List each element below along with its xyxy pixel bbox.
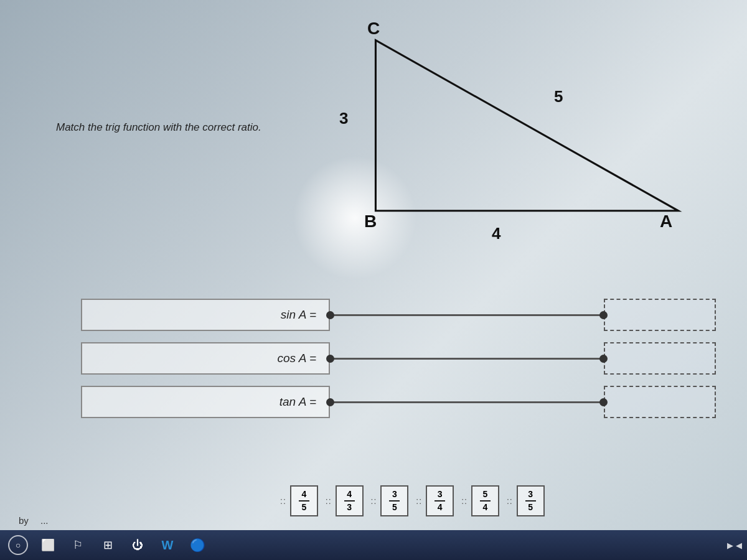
sin-a-label: sin A = bbox=[281, 308, 316, 322]
fraction-display-4-3: 4 3 bbox=[344, 489, 355, 513]
drag-dots-2: :: bbox=[326, 496, 332, 506]
fraction-num-tan-3: 3 bbox=[525, 489, 536, 502]
fraction-num-3-4: 3 bbox=[435, 489, 445, 502]
answer-options-row: :: 4 5 :: 4 3 :: 3 5 bbox=[280, 485, 545, 516]
option-4-5[interactable]: :: 4 5 bbox=[280, 485, 318, 516]
drag-dots-5: :: bbox=[461, 496, 467, 506]
drag-dots-3: :: bbox=[371, 496, 377, 506]
cos-a-dot-left bbox=[326, 355, 334, 363]
sin-a-dot-right bbox=[599, 311, 608, 319]
fraction-den-tan-5: 5 bbox=[525, 502, 536, 513]
ellipsis-label: ... bbox=[40, 515, 49, 526]
fraction-display-4-5: 4 5 bbox=[299, 489, 309, 513]
cos-a-line[interactable] bbox=[330, 358, 604, 360]
option-4-3[interactable]: :: 4 3 bbox=[326, 485, 364, 516]
drag-dots-4: :: bbox=[416, 496, 422, 506]
tan-a-label: tan A = bbox=[280, 395, 316, 409]
fraction-display-tan-3-5: 3 5 bbox=[525, 489, 536, 513]
sin-a-line[interactable] bbox=[330, 314, 604, 316]
taskbar-word[interactable]: W bbox=[154, 534, 181, 556]
drag-dots-1: :: bbox=[280, 496, 286, 506]
fraction-4-5[interactable]: 4 5 bbox=[290, 485, 318, 516]
drag-dots-6: :: bbox=[507, 496, 513, 506]
taskbar: ○ ⬜ ⚐ ⊞ ⏻ W 🔵 ▶ ◀ bbox=[0, 530, 747, 560]
side-ca-label: 5 bbox=[554, 87, 563, 106]
fraction-den-3-4: 4 bbox=[435, 502, 445, 513]
fraction-3-5[interactable]: 3 5 bbox=[380, 485, 408, 516]
cos-a-label: cos A = bbox=[278, 352, 316, 365]
fraction-3-4[interactable]: 3 4 bbox=[426, 485, 454, 516]
side-ba-label: 4 bbox=[492, 224, 500, 243]
fraction-display-5-4: 5 4 bbox=[480, 489, 491, 513]
cos-a-label-box: cos A = bbox=[81, 342, 330, 375]
fraction-tan-3-5[interactable]: 3 5 bbox=[517, 485, 545, 516]
fraction-den-4-5: 5 bbox=[299, 502, 309, 513]
match-area: sin A = cos A = tan A = bbox=[81, 299, 716, 429]
option-tan-3-5[interactable]: :: 3 5 bbox=[507, 485, 545, 516]
option-3-5[interactable]: :: 3 5 bbox=[371, 485, 409, 516]
taskbar-task-view[interactable]: ⬜ bbox=[35, 534, 61, 556]
by-label: by bbox=[19, 515, 29, 526]
option-3-4[interactable]: :: 3 4 bbox=[416, 485, 454, 516]
tan-a-line[interactable] bbox=[330, 401, 604, 403]
sin-a-dot-left bbox=[326, 311, 334, 319]
sin-a-label-box: sin A = bbox=[81, 299, 330, 331]
vertex-a-label: A bbox=[660, 212, 672, 231]
side-bc-label: 3 bbox=[339, 109, 348, 128]
taskbar-grid[interactable]: ⊞ bbox=[95, 534, 121, 556]
match-row-sin: sin A = bbox=[81, 299, 716, 331]
fraction-display-3-5: 3 5 bbox=[389, 489, 400, 513]
taskbar-browser[interactable]: 🔵 bbox=[184, 534, 210, 556]
vertex-c-label: C bbox=[367, 19, 380, 39]
sin-a-drop-target[interactable] bbox=[604, 299, 716, 331]
cos-a-drop-target[interactable] bbox=[604, 342, 716, 375]
cos-a-dot-right bbox=[599, 355, 608, 363]
match-row-cos: cos A = bbox=[81, 342, 716, 375]
fraction-num-3-5: 3 bbox=[389, 489, 400, 502]
taskbar-power[interactable]: ⏻ bbox=[125, 534, 151, 556]
fraction-display-3-4: 3 4 bbox=[435, 489, 445, 513]
option-5-4[interactable]: :: 5 4 bbox=[461, 485, 499, 516]
start-circle-icon: ○ bbox=[8, 535, 28, 555]
fraction-den-3-5: 5 bbox=[389, 502, 400, 513]
taskbar-explorer[interactable]: ⚐ bbox=[65, 534, 91, 556]
taskbar-time: ▶ ◀ bbox=[727, 541, 742, 550]
tan-a-dot-right bbox=[599, 398, 608, 406]
instruction-text: Match the trig function with the correct… bbox=[56, 121, 261, 134]
taskbar-start-circle[interactable]: ○ bbox=[5, 534, 31, 556]
vertex-b-label: B bbox=[364, 212, 377, 231]
fraction-den-4-3: 3 bbox=[344, 502, 355, 513]
svg-marker-0 bbox=[375, 40, 678, 211]
fraction-num-4-3: 4 bbox=[344, 489, 355, 502]
match-row-tan: tan A = bbox=[81, 386, 716, 418]
fraction-num-5-4: 5 bbox=[480, 489, 491, 502]
tan-a-dot-left bbox=[326, 398, 334, 406]
main-content: Match the trig function with the correct… bbox=[0, 0, 747, 560]
tan-a-label-box: tan A = bbox=[81, 386, 330, 418]
fraction-den-5-4: 4 bbox=[480, 502, 491, 513]
fraction-5-4[interactable]: 5 4 bbox=[471, 485, 499, 516]
tan-a-drop-target[interactable] bbox=[604, 386, 716, 418]
fraction-4-3[interactable]: 4 3 bbox=[336, 485, 364, 516]
triangle-diagram: C B A 3 4 5 bbox=[249, 12, 685, 280]
fraction-num-4-5: 4 bbox=[299, 489, 309, 502]
